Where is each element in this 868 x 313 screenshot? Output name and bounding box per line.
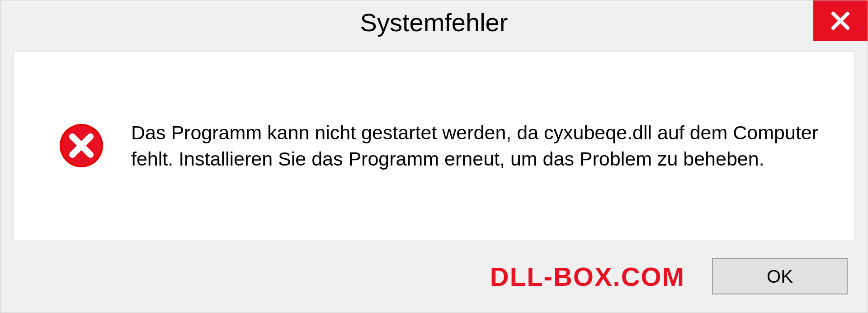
dialog-title: Systemfehler	[360, 8, 508, 37]
close-icon	[830, 10, 851, 32]
content-panel: Das Programm kann nicht gestartet werden…	[13, 51, 855, 240]
close-button[interactable]	[813, 0, 868, 41]
error-dialog: Systemfehler Das Programm kann nicht ges…	[0, 0, 868, 313]
titlebar: Systemfehler	[0, 0, 868, 44]
ok-button[interactable]: OK	[712, 258, 848, 294]
dialog-footer: DLL-BOX.COM OK	[0, 240, 868, 313]
watermark-text: DLL-BOX.COM	[490, 261, 685, 292]
error-message: Das Programm kann nicht gestartet werden…	[131, 119, 827, 172]
error-icon	[59, 123, 104, 168]
